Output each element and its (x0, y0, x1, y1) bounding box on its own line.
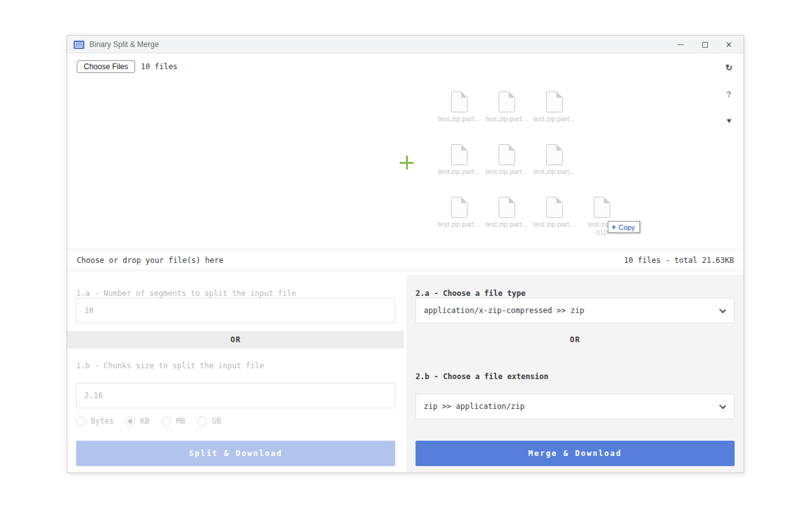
file-extension-select[interactable]: zip >> application/zip (416, 394, 735, 419)
split-download-button[interactable]: Split & Download (76, 441, 395, 466)
file-icon (499, 197, 515, 218)
file-item[interactable]: test.zip.part... (530, 91, 578, 124)
file-label: test.zip.part... (530, 220, 578, 229)
segments-input[interactable] (76, 298, 395, 323)
app-icon (74, 40, 84, 48)
choose-files-button[interactable]: Choose Files (77, 60, 135, 73)
merge-download-button[interactable]: Merge & Download (416, 441, 735, 466)
refresh-icon[interactable]: ↻ (723, 63, 735, 72)
chevron-down-icon (719, 307, 726, 313)
file-row: test.zip.part... test.zip.part... test.z… (435, 144, 625, 177)
unit-radio-gb[interactable]: GB (197, 417, 221, 426)
add-files-icon (400, 156, 414, 170)
file-type-label: 2.a - Choose a file type (416, 275, 735, 298)
chevron-down-icon (719, 403, 726, 409)
file-icon (499, 144, 515, 165)
file-label: test.zip.part... (483, 168, 530, 176)
files-summary: 10 files - total 21.63KB (624, 256, 734, 265)
file-item[interactable]: test.zip.part... (435, 197, 483, 230)
title-bar: Binary Split & Merge ✕ (67, 36, 743, 53)
file-item[interactable]: test.zip.part... (530, 144, 578, 177)
file-row: test.zip.part... test.zip.part... test.z… (435, 197, 625, 230)
help-icon[interactable]: ? (723, 90, 735, 99)
chunk-size-label: 1.b - Chunks size to split the input fil… (76, 361, 395, 377)
files-count-label: 10 files (141, 62, 178, 71)
file-type-select[interactable]: application/x-zip-compressed >> zip (416, 298, 735, 323)
favorite-icon[interactable]: ♥ (723, 116, 735, 125)
file-icon (451, 91, 468, 112)
segments-label: 1.a - Number of segments to split the in… (76, 275, 395, 298)
file-icon (499, 91, 515, 112)
app-window: Binary Split & Merge ✕ Choose Files 10 f… (67, 35, 744, 473)
split-panel: 1.a - Number of segments to split the in… (67, 275, 404, 472)
file-item[interactable]: test.zip.part... (530, 197, 578, 230)
status-row: Choose or drop your file(s) here 10 file… (67, 249, 743, 271)
file-label: test.zip.part... (530, 168, 578, 176)
file-item[interactable]: test.zip.part... (435, 144, 483, 177)
file-label: test.zip.part... (435, 115, 483, 123)
file-label: test.zip.part... (435, 220, 483, 229)
file-item[interactable]: test.zip.part... (483, 144, 530, 177)
copy-plus-icon: + (612, 223, 616, 232)
file-icon (451, 197, 468, 218)
unit-radio-bytes[interactable]: Bytes (76, 417, 114, 426)
copy-badge-label: Copy (619, 224, 635, 231)
file-item[interactable]: test.zip.part... (435, 91, 483, 124)
merge-or-divider: OR (407, 331, 743, 349)
file-label: test.zip.part... (435, 168, 483, 176)
file-icon (546, 144, 563, 165)
file-icon (594, 197, 610, 218)
file-label: test.zip.part... (483, 115, 530, 123)
close-button[interactable]: ✕ (717, 36, 741, 53)
chunk-size-input[interactable] (76, 383, 395, 408)
merge-panel: 2.a - Choose a file type application/x-z… (407, 275, 743, 472)
unit-radio-mb[interactable]: MB (162, 417, 185, 426)
file-label: test.zip.part... (530, 115, 578, 123)
file-row: test.zip.part... test.zip.part... test.z… (435, 91, 625, 124)
file-item[interactable]: test.zip.part... (483, 91, 530, 124)
file-label: test.zip.part... (483, 220, 530, 229)
file-item[interactable]: test.zip.part... (483, 197, 530, 230)
split-or-divider: OR (67, 331, 404, 349)
drag-copy-badge: + Copy (608, 221, 640, 233)
unit-radio-group: Bytes KB MB GB (76, 416, 395, 426)
file-icon (451, 144, 468, 165)
unit-radio-kb[interactable]: KB (126, 417, 149, 426)
window-title: Binary Split & Merge (89, 40, 159, 49)
minimize-button[interactable] (669, 36, 693, 53)
dropzone-hint: Choose or drop your file(s) here (77, 256, 223, 265)
file-picker-row: Choose Files 10 files (77, 60, 178, 73)
file-icon (546, 197, 563, 218)
file-icon (546, 91, 563, 112)
file-grid: test.zip.part... test.zip.part... test.z… (435, 91, 625, 250)
maximize-button[interactable] (693, 36, 717, 53)
file-extension-label: 2.b - Choose a file extension (416, 372, 735, 387)
